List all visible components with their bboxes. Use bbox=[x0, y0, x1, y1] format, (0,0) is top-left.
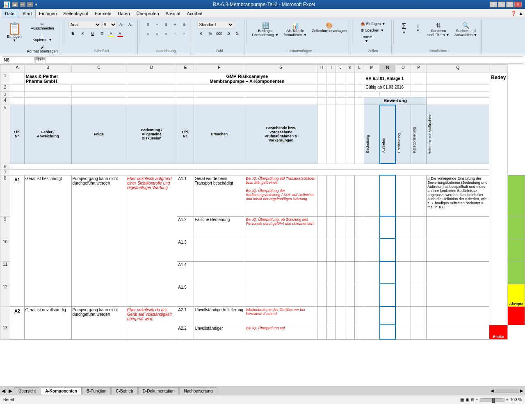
cell-h4[interactable] bbox=[317, 98, 326, 105]
cell-l13[interactable] bbox=[355, 306, 364, 325]
wrap-text-btn[interactable]: ↵ bbox=[171, 21, 179, 28]
cell-q4[interactable] bbox=[427, 98, 489, 105]
menu-einfuegen[interactable]: Einfügen bbox=[36, 9, 60, 18]
cell-a2-label[interactable]: A2 bbox=[10, 306, 25, 339]
cell-m14[interactable] bbox=[364, 325, 380, 339]
cell-o10[interactable] bbox=[395, 239, 411, 261]
cell-l8[interactable] bbox=[355, 175, 364, 216]
cell-q10[interactable] bbox=[427, 239, 489, 261]
close-btn[interactable]: ✕ bbox=[514, 2, 522, 7]
row-num-7[interactable]: 7 bbox=[0, 169, 10, 175]
row-num-3[interactable]: 3 bbox=[0, 92, 10, 98]
cell-l4[interactable] bbox=[355, 98, 364, 105]
cell-styles-btn[interactable]: 🎨 Zellenformatvorlagen bbox=[310, 21, 348, 34]
cell-e4[interactable] bbox=[177, 98, 194, 105]
row-num-2[interactable]: 2 bbox=[0, 84, 10, 92]
cell-b1[interactable]: Maas & PeitherPharma GmbH bbox=[24, 73, 126, 84]
cell-p9[interactable] bbox=[411, 216, 427, 239]
cell-q12[interactable] bbox=[427, 284, 489, 306]
cell-p14[interactable] bbox=[411, 325, 427, 339]
cell-i9[interactable] bbox=[326, 216, 336, 239]
cell-pruef-header[interactable]: Bestehende bzw.vorgesehenePrüfmaßnahmen … bbox=[245, 105, 317, 164]
cell-a15-pruef[interactable] bbox=[245, 284, 317, 306]
cell-q11[interactable] bbox=[427, 261, 489, 284]
font-size-select[interactable]: 9 bbox=[102, 21, 117, 28]
cell-q14[interactable] bbox=[427, 325, 489, 339]
cell-n13[interactable] bbox=[380, 306, 395, 325]
cell-a13-pruef[interactable] bbox=[245, 239, 317, 261]
cell-g2[interactable] bbox=[245, 84, 317, 92]
cell-a22-ursache[interactable]: Unvollständiger bbox=[194, 325, 245, 339]
hscroll-left[interactable]: ◀ bbox=[491, 388, 494, 393]
cell-a15-lfd[interactable]: A1.5 bbox=[177, 284, 194, 306]
cell-q3[interactable] bbox=[427, 92, 489, 98]
cell-p1[interactable] bbox=[411, 73, 427, 84]
underline-btn[interactable]: U bbox=[88, 30, 97, 37]
border-btn[interactable]: ⊞ bbox=[98, 30, 106, 37]
cell-row7[interactable] bbox=[10, 169, 508, 175]
menu-seitenlayout[interactable]: Seitenlayout bbox=[60, 9, 91, 18]
cell-k11[interactable] bbox=[345, 261, 355, 284]
cell-l2[interactable] bbox=[355, 84, 364, 92]
cell-k10[interactable] bbox=[345, 239, 355, 261]
cell-n12[interactable] bbox=[380, 284, 395, 306]
menu-datei[interactable]: Datei bbox=[2, 9, 19, 18]
cell-i11[interactable] bbox=[326, 261, 336, 284]
row-num-10[interactable]: 10 bbox=[0, 239, 10, 261]
cell-a12-lfd[interactable]: A1.2 bbox=[177, 216, 194, 239]
cell-d2[interactable] bbox=[126, 84, 177, 92]
cell-e1[interactable]: GMP-RisikoanalyseMembranpumpe – A-Kompon… bbox=[177, 73, 317, 84]
number-format-select[interactable]: Standard bbox=[197, 21, 234, 28]
paste-button[interactable]: 📋 Einfügen ▼ bbox=[4, 21, 25, 44]
cell-k9[interactable] bbox=[345, 216, 355, 239]
align-center-btn[interactable]: ≡ bbox=[153, 30, 161, 37]
col-header-d[interactable]: D bbox=[126, 65, 177, 73]
increase-font-btn[interactable]: A↑ bbox=[118, 21, 126, 28]
cell-f3[interactable] bbox=[194, 92, 245, 98]
cell-j5[interactable] bbox=[336, 105, 345, 164]
formula-expand-btn[interactable]: fx bbox=[35, 56, 44, 64]
hscroll-thumb[interactable] bbox=[495, 389, 519, 393]
format-painter-button[interactable]: 🖌Format übertragen bbox=[25, 44, 59, 55]
cell-auftreten-header[interactable]: Auftreten bbox=[380, 105, 395, 164]
zoom-out-btn[interactable]: − bbox=[476, 397, 478, 402]
cell-k3[interactable] bbox=[345, 92, 355, 98]
cell-p10[interactable] bbox=[411, 239, 427, 261]
cell-a2-bedeutung[interactable]: Eher unkritisch da das Gerät auf Vollstä… bbox=[126, 306, 177, 339]
row-num-5[interactable]: 5 bbox=[0, 105, 10, 164]
insert-cells-btn[interactable]: 📥 Einfügen ▼ bbox=[358, 21, 387, 27]
bold-btn[interactable]: B bbox=[68, 30, 78, 37]
col-header-m[interactable]: M bbox=[364, 65, 380, 73]
cell-l14[interactable] bbox=[355, 325, 364, 339]
cell-a13-ursache[interactable] bbox=[194, 239, 245, 261]
cell-j11[interactable] bbox=[336, 261, 345, 284]
cell-e3[interactable] bbox=[177, 92, 194, 98]
sum-btn[interactable]: Σ ▼ bbox=[398, 21, 410, 36]
cell-j4[interactable] bbox=[336, 98, 345, 105]
cell-o3[interactable] bbox=[395, 92, 411, 98]
cell-f4[interactable] bbox=[194, 98, 245, 105]
cell-a13-lfd[interactable]: A1.3 bbox=[177, 239, 194, 261]
cell-o14[interactable] bbox=[395, 325, 411, 339]
col-header-c[interactable]: C bbox=[71, 65, 126, 73]
delete-cells-btn[interactable]: 🗑 Löschen ▼ bbox=[358, 27, 386, 33]
row-num-12[interactable]: 12 bbox=[0, 284, 10, 306]
cell-m9[interactable] bbox=[364, 216, 380, 239]
cell-l1[interactable] bbox=[355, 73, 364, 84]
menu-daten[interactable]: Daten bbox=[114, 9, 133, 18]
cell-o11[interactable] bbox=[395, 261, 411, 284]
cell-l10[interactable] bbox=[355, 239, 364, 261]
cell-h2[interactable] bbox=[317, 84, 326, 92]
cell-p3[interactable] bbox=[411, 92, 427, 98]
maximize-btn[interactable]: □ bbox=[506, 2, 514, 7]
italic-btn[interactable]: K bbox=[78, 30, 87, 37]
cell-m1[interactable]: RA-6.3-01, Anlage 1 bbox=[364, 73, 411, 84]
sort-filter-btn[interactable]: ⇅ Sortieren und Filtern ▼ bbox=[426, 21, 451, 38]
cell-b4[interactable] bbox=[24, 98, 71, 105]
cell-k4[interactable] bbox=[345, 98, 355, 105]
row-num-14[interactable]: 13 bbox=[0, 325, 10, 339]
cell-a21-ursache[interactable]: Unvollständige Anlieferung bbox=[194, 306, 245, 325]
cell-h1[interactable] bbox=[317, 73, 326, 84]
cell-a21-pruef[interactable]: Inbetriebnahme des Gerätes nur bei korre… bbox=[245, 306, 317, 325]
tab-a-komponenten[interactable]: A-Komponenten bbox=[41, 387, 82, 395]
